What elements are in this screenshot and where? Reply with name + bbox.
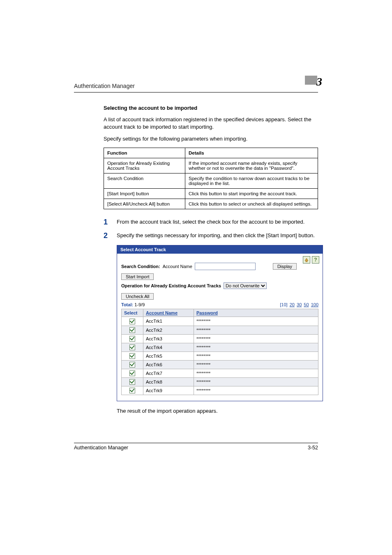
uncheck-row: Uncheck All <box>121 293 318 300</box>
col-select: Select <box>122 309 143 317</box>
account-name-cell: AccTrk4 <box>143 343 194 352</box>
password-cell: ******** <box>194 352 318 360</box>
chapter-number: 3 <box>316 77 322 86</box>
operation-select[interactable]: Do not Overwrite <box>224 282 267 289</box>
row-checkbox[interactable] <box>129 379 135 385</box>
account-name-cell: AccTrk9 <box>143 386 194 395</box>
step-1: 1 From the account track list, select th… <box>104 218 318 226</box>
password-cell: ******** <box>194 317 318 326</box>
account-name-cell: AccTrk5 <box>143 352 194 360</box>
table-row: Operation for Already Existing Account T… <box>104 158 318 173</box>
password-cell: ******** <box>194 334 318 343</box>
uncheck-all-button[interactable]: Uncheck All <box>121 293 154 300</box>
table-header-row: Select Account Name Password <box>122 309 318 317</box>
col-password[interactable]: Password <box>194 309 318 317</box>
intro-paragraph-2: Specify settings for the following param… <box>104 135 318 143</box>
intro-paragraph-1: A list of account track information regi… <box>104 116 318 130</box>
table-row: [Select All/Uncheck All] button Click th… <box>104 199 318 209</box>
row-checkbox[interactable] <box>129 336 135 342</box>
row-checkbox[interactable] <box>129 319 135 324</box>
pager-20[interactable]: 20 <box>290 302 295 307</box>
table-header-row: Function Details <box>104 148 318 158</box>
account-name-label: Account Name <box>163 264 192 269</box>
page-size-pager: [10] 20 30 50 100 <box>280 302 318 307</box>
detail-cell: Specify the condition to narrow down acc… <box>185 173 318 188</box>
start-import-row: Start Import <box>121 273 318 280</box>
table-row: AccTrk1 ******** <box>122 317 318 326</box>
result-text: The result of the import operation appea… <box>117 408 318 414</box>
chapter-badge: 3 <box>305 76 322 85</box>
row-checkbox[interactable] <box>129 345 135 350</box>
sort-password[interactable]: Password <box>196 310 218 315</box>
row-checkbox[interactable] <box>129 327 135 333</box>
total-pager-row: Total: 1-9/9 [10] 20 30 50 100 <box>121 302 318 307</box>
table-row: AccTrk3 ******** <box>122 334 318 343</box>
select-account-track-panel: Select Account Track ? Search Condition:… <box>117 245 323 401</box>
panel-title: Select Account Track <box>117 245 323 254</box>
account-name-cell: AccTrk8 <box>143 378 194 386</box>
detail-cell: If the imported account name already exi… <box>185 158 318 173</box>
table-row: AccTrk8 ******** <box>122 378 318 386</box>
password-cell: ******** <box>194 378 318 386</box>
col-account-name[interactable]: Account Name <box>143 309 194 317</box>
password-cell: ******** <box>194 386 318 395</box>
step-2: 2 Specify the settings necessary for imp… <box>104 232 318 240</box>
running-header: Authentication Manager <box>74 83 135 89</box>
table-row: [Start Import] button Click this button … <box>104 188 318 199</box>
table-row: Search Condition Specify the condition t… <box>104 173 318 188</box>
search-condition-row: Search Condition: Account Name Display <box>121 263 318 270</box>
row-checkbox[interactable] <box>129 388 135 393</box>
password-cell: ******** <box>194 343 318 352</box>
search-condition-label: Search Condition: <box>121 264 160 269</box>
password-cell: ******** <box>194 369 318 377</box>
header-rule <box>74 92 318 92</box>
fn-cell: [Start Import] button <box>104 188 185 199</box>
step-number: 1 <box>104 218 117 226</box>
table-row: AccTrk9 ******** <box>122 386 318 395</box>
footer-page: 3-52 <box>308 445 318 451</box>
pager-current: [10] <box>280 302 287 307</box>
start-import-button[interactable]: Start Import <box>121 273 154 280</box>
password-cell: ******** <box>194 326 318 334</box>
row-checkbox[interactable] <box>129 362 135 368</box>
footer-rule <box>74 443 318 443</box>
operation-label: Operation for Already Existing Account T… <box>121 283 221 288</box>
step-number: 2 <box>104 232 117 240</box>
chapter-slab <box>305 76 317 85</box>
table-row: AccTrk5 ******** <box>122 352 318 360</box>
sort-account-name[interactable]: Account Name <box>146 310 178 315</box>
total-label: Total: <box>121 302 133 307</box>
operation-row: Operation for Already Existing Account T… <box>121 282 318 289</box>
total-value: 1-9/9 <box>134 302 145 307</box>
account-name-input[interactable] <box>195 263 256 270</box>
fn-cell: Operation for Already Existing Account T… <box>104 158 185 173</box>
detail-cell: Click this button to start importing the… <box>185 188 318 199</box>
pager-100[interactable]: 100 <box>311 302 318 307</box>
pager-30[interactable]: 30 <box>297 302 302 307</box>
table-row: AccTrk6 ******** <box>122 360 318 369</box>
table-row: AccTrk4 ******** <box>122 343 318 352</box>
detail-cell: Click this button to select or uncheck a… <box>185 199 318 209</box>
footer-left: Authentication Manager <box>74 445 128 451</box>
col-function: Function <box>104 148 185 158</box>
pager-50[interactable]: 50 <box>304 302 309 307</box>
account-name-cell: AccTrk1 <box>143 317 194 326</box>
table-row: AccTrk7 ******** <box>122 369 318 377</box>
account-name-cell: AccTrk6 <box>143 360 194 369</box>
account-name-cell: AccTrk3 <box>143 334 194 343</box>
step-text: Specify the settings necessary for impor… <box>117 232 318 240</box>
row-checkbox[interactable] <box>129 353 135 359</box>
account-name-cell: AccTrk2 <box>143 326 194 334</box>
display-button[interactable]: Display <box>273 263 297 270</box>
row-checkbox[interactable] <box>129 370 135 376</box>
account-track-table: Select Account Name Password AccTrk1 ***… <box>121 309 318 395</box>
fn-cell: Search Condition <box>104 173 185 188</box>
section-heading: Selecting the account to be imported <box>104 105 318 111</box>
help-icon[interactable]: ? <box>312 256 319 264</box>
table-row: AccTrk2 ******** <box>122 326 318 334</box>
step-text: From the account track list, select the … <box>117 218 318 226</box>
password-cell: ******** <box>194 360 318 369</box>
account-name-cell: AccTrk7 <box>143 369 194 377</box>
up-icon[interactable] <box>303 256 310 264</box>
function-details-table: Function Details Operation for Already E… <box>104 148 318 209</box>
